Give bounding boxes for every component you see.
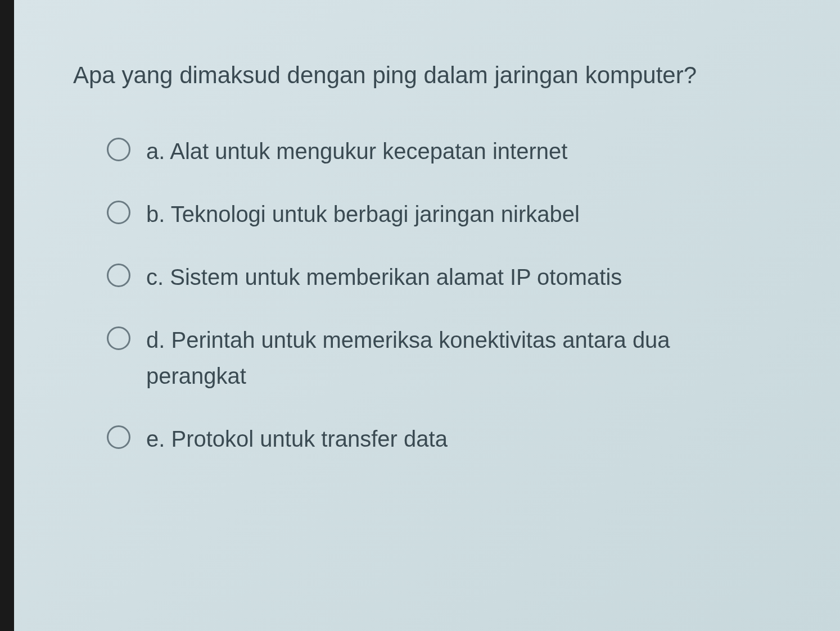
option-text-a: a. Alat untuk mengukur kecepatan interne… [146,133,567,169]
radio-button-b[interactable] [107,201,130,224]
dark-edge [0,0,14,631]
option-d[interactable]: d. Perintah untuk memeriksa konektivitas… [107,322,767,394]
option-c[interactable]: c. Sistem untuk memberikan alamat IP oto… [107,259,767,295]
option-letter: a. [146,139,165,164]
radio-button-d[interactable] [107,326,130,350]
radio-button-e[interactable] [107,425,130,449]
option-label: Alat untuk mengukur kecepatan internet [170,139,567,164]
option-e[interactable]: e. Protokol untuk transfer data [107,421,767,457]
option-letter: b. [146,202,165,226]
option-letter: d. [146,328,165,352]
option-text-c: c. Sistem untuk memberikan alamat IP oto… [146,259,622,295]
option-label: Teknologi untuk berbagi jaringan nirkabe… [171,202,580,226]
radio-button-c[interactable] [107,264,130,287]
option-label: Sistem untuk memberikan alamat IP otomat… [170,265,622,289]
option-letter: e. [146,426,165,451]
option-letter: c. [146,265,164,289]
option-a[interactable]: a. Alat untuk mengukur kecepatan interne… [107,133,767,169]
question-text: Apa yang dimaksud dengan ping dalam jari… [73,56,767,94]
option-label: Protokol untuk transfer data [171,426,447,451]
options-list: a. Alat untuk mengukur kecepatan interne… [73,133,767,457]
option-label: Perintah untuk memeriksa konektivitas an… [146,328,670,388]
question-container: Apa yang dimaksud dengan ping dalam jari… [45,34,795,506]
option-text-e: e. Protokol untuk transfer data [146,421,448,457]
option-b[interactable]: b. Teknologi untuk berbagi jaringan nirk… [107,196,767,232]
option-text-b: b. Teknologi untuk berbagi jaringan nirk… [146,196,580,232]
option-text-d: d. Perintah untuk memeriksa konektivitas… [146,322,767,394]
radio-button-a[interactable] [107,138,130,161]
